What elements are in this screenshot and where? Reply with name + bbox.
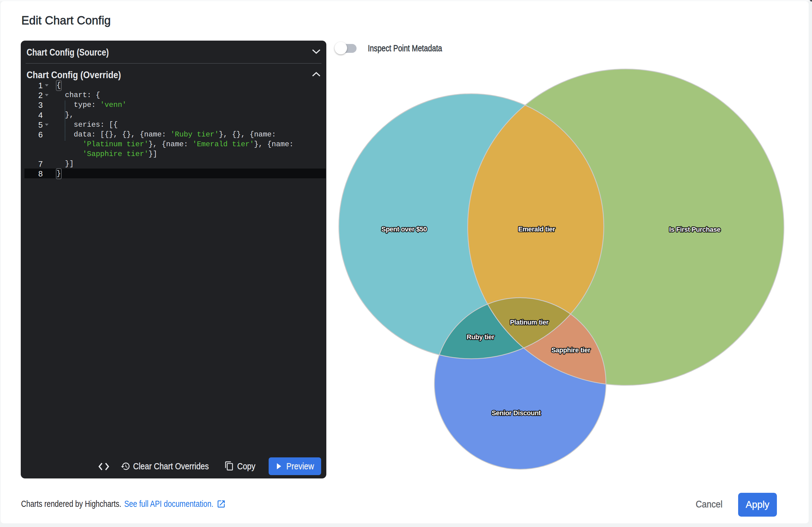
svg-text:Senior Discount: Senior Discount [492, 410, 541, 417]
svg-text:Emerald tier: Emerald tier [518, 226, 555, 233]
svg-text:Ruby tier: Ruby tier [467, 333, 494, 341]
svg-text:Is First Purchase: Is First Purchase [669, 226, 721, 233]
svg-text:Spent over $50: Spent over $50 [381, 226, 427, 233]
svg-text:Platinum tier: Platinum tier [510, 319, 549, 326]
svg-text:Sapphire tier: Sapphire tier [551, 346, 590, 354]
